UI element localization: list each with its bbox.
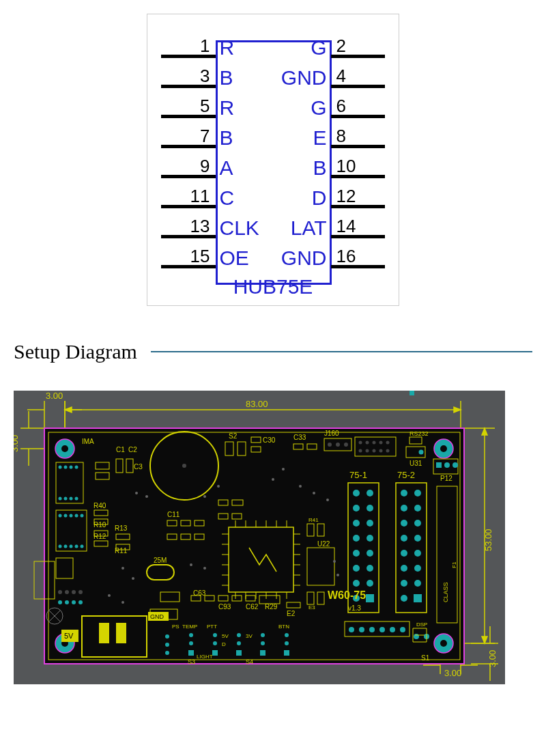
- dim-height: 53.00: [483, 529, 493, 551]
- svg-point-196: [165, 643, 169, 647]
- svg-point-149: [353, 565, 360, 572]
- svg-point-216: [379, 627, 385, 632]
- svg-point-180: [386, 441, 390, 445]
- label-d: D: [222, 641, 226, 647]
- svg-point-163: [401, 550, 407, 557]
- svg-point-167: [401, 580, 407, 587]
- label-5v-box: 5V: [64, 632, 74, 640]
- label-c1: C1: [116, 446, 125, 453]
- board-name: W60-75: [328, 589, 366, 601]
- pin-5: 5: [161, 97, 216, 118]
- pin-2: 2: [331, 37, 386, 58]
- svg-point-58: [72, 590, 76, 594]
- svg-point-57: [65, 590, 69, 594]
- svg-point-202: [213, 641, 217, 645]
- svg-point-214: [359, 627, 364, 632]
- pin-number: 14: [331, 217, 386, 235]
- label-75-1: 75-1: [349, 470, 367, 480]
- svg-point-139: [353, 490, 360, 496]
- svg-point-45: [59, 514, 62, 518]
- svg-point-31: [440, 640, 447, 647]
- pin-number: 15: [161, 247, 216, 265]
- svg-point-39: [70, 466, 73, 469]
- svg-point-147: [353, 550, 360, 557]
- svg-point-236: [282, 468, 285, 471]
- svg-point-230: [190, 563, 192, 566]
- svg-point-174: [344, 443, 348, 447]
- svg-point-151: [353, 580, 360, 587]
- svg-point-225: [145, 495, 148, 498]
- svg-point-165: [401, 565, 407, 572]
- svg-point-158: [414, 505, 421, 512]
- dim-margin-left: 3.00: [46, 391, 63, 401]
- label-c3: C3: [134, 463, 143, 471]
- label-btn: BTN: [278, 624, 289, 630]
- svg-point-227: [217, 485, 220, 488]
- pin-7: 7: [161, 127, 216, 148]
- svg-rect-188: [410, 391, 414, 395]
- pin-15: 15: [161, 247, 216, 268]
- svg-point-231: [203, 567, 206, 570]
- svg-point-159: [401, 520, 407, 527]
- pin-number: 5: [161, 97, 216, 115]
- label-3v: 3V: [246, 633, 253, 639]
- label-u31: U31: [410, 460, 422, 467]
- svg-point-161: [401, 535, 407, 542]
- label-crystal: 25M: [154, 557, 167, 564]
- svg-rect-170: [414, 594, 422, 602]
- svg-point-177: [366, 441, 369, 445]
- label-j160: J160: [324, 430, 339, 437]
- svg-rect-69: [116, 623, 126, 643]
- label-r41: R41: [308, 517, 319, 523]
- pin-number: 16: [331, 247, 386, 265]
- svg-point-38: [64, 466, 68, 469]
- chip-outline: [216, 40, 332, 285]
- svg-rect-200: [188, 650, 194, 656]
- svg-point-56: [58, 590, 62, 594]
- label-ps: PS: [172, 624, 179, 630]
- label-c11: C11: [167, 511, 180, 518]
- label-class: CLASS: [442, 582, 449, 602]
- pin-14: 14: [331, 217, 386, 238]
- svg-point-33: [182, 464, 186, 468]
- label-s1: S1: [421, 654, 430, 662]
- svg-point-232: [299, 485, 302, 488]
- svg-point-228: [121, 567, 124, 570]
- svg-point-184: [379, 449, 383, 453]
- dim-margin-bottom: 3.00: [487, 650, 498, 667]
- svg-point-205: [237, 641, 241, 645]
- svg-rect-209: [260, 650, 265, 656]
- label-r13: R13: [115, 524, 128, 532]
- svg-point-215: [369, 627, 375, 632]
- svg-point-179: [379, 441, 383, 445]
- svg-point-207: [261, 633, 265, 637]
- svg-point-166: [414, 565, 421, 572]
- svg-point-144: [367, 520, 373, 527]
- svg-point-173: [336, 443, 340, 447]
- pin-number: 1: [161, 37, 216, 55]
- svg-point-224: [135, 492, 138, 494]
- svg-rect-212: [284, 650, 289, 656]
- svg-point-185: [386, 449, 390, 453]
- pin-12: 12: [331, 187, 386, 208]
- svg-point-28: [61, 445, 68, 452]
- label-s2: S2: [229, 432, 238, 440]
- label-r29: R29: [265, 603, 278, 611]
- section-title: Setup Diagram: [14, 340, 151, 363]
- svg-point-48: [75, 514, 78, 518]
- svg-point-50: [59, 545, 62, 548]
- svg-point-169: [401, 595, 407, 602]
- label-c62: C62: [246, 603, 259, 611]
- svg-point-53: [75, 545, 78, 548]
- svg-point-63: [78, 600, 83, 604]
- svg-point-164: [414, 550, 421, 557]
- svg-point-59: [78, 590, 83, 594]
- pin-13: 13: [161, 217, 216, 238]
- svg-point-218: [400, 627, 405, 632]
- svg-point-183: [373, 449, 376, 453]
- svg-point-162: [414, 535, 421, 542]
- label-e3: E3: [308, 604, 315, 611]
- svg-point-160: [414, 520, 421, 527]
- svg-point-43: [70, 497, 73, 501]
- pin-11: 11: [161, 187, 216, 208]
